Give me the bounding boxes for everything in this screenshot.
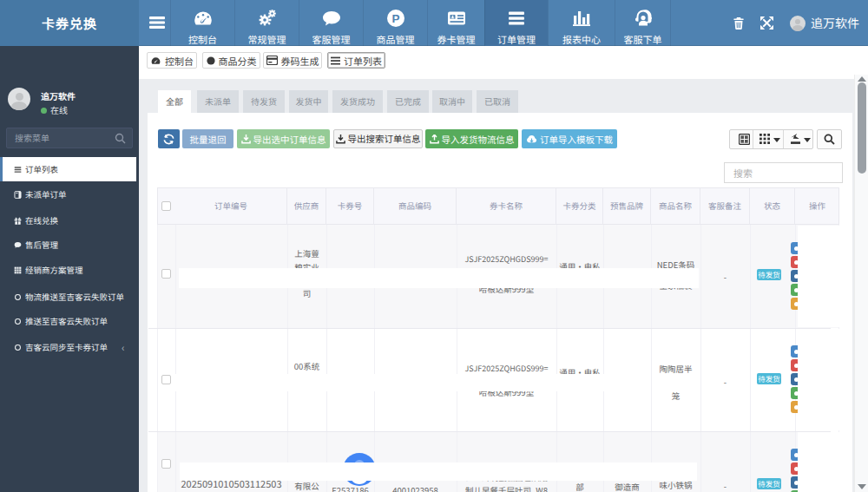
svg-text:P: P [391,12,399,25]
